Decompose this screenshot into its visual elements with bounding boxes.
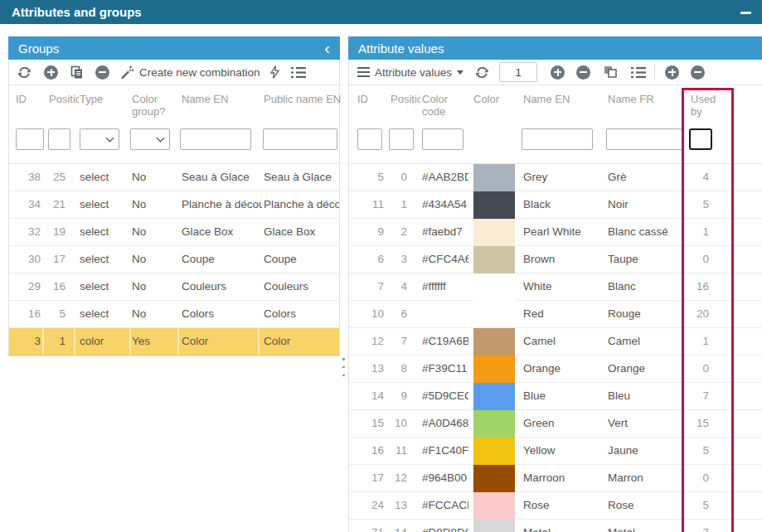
- cell-position: 7: [387, 328, 407, 355]
- column-header-id: ID: [357, 93, 368, 105]
- filter-id-input[interactable]: [16, 128, 44, 150]
- cell-name_en: Red: [523, 301, 606, 327]
- table-row[interactable]: 138#F39C11OrangeOrange0: [349, 355, 762, 383]
- column-header-color-code: Color code: [422, 93, 457, 118]
- table-row[interactable]: 31colorYesColorColor: [9, 328, 339, 355]
- table-row[interactable]: 74#ffffffWhiteBlanc16: [349, 273, 762, 301]
- cell-name_en: Brown: [523, 246, 606, 273]
- filter-color-code-input[interactable]: [422, 128, 464, 150]
- cell-name_fr: Rose: [608, 492, 684, 519]
- column-header-id: ID: [16, 93, 27, 105]
- add-icon[interactable]: [665, 65, 679, 80]
- table-row[interactable]: 63#CFC4A6BrownTaupe0: [349, 246, 762, 273]
- list-icon[interactable]: [291, 66, 306, 79]
- table-row[interactable]: 149#5D9CECBlueBleu7: [349, 383, 762, 410]
- table-row[interactable]: 92#faebd7Pearl WhiteBlanc cassé1: [349, 219, 762, 246]
- filter-name-fr-input[interactable]: [606, 128, 682, 150]
- duplicate-icon[interactable]: [70, 65, 84, 80]
- table-row[interactable]: 111#434A54BlackNoir5: [349, 191, 762, 219]
- color-swatch: [473, 191, 515, 219]
- column-header-color-group: Color group?: [132, 93, 175, 118]
- cell-id: 34: [11, 191, 41, 218]
- chevron-down-icon[interactable]: [457, 70, 464, 75]
- table-row[interactable]: 127#C19A6BCamelCamel1: [349, 328, 762, 355]
- attribute-values-selector[interactable]: Attribute values: [375, 66, 452, 79]
- cell-position: 8: [387, 355, 407, 382]
- remove-group-button[interactable]: [95, 65, 109, 80]
- cell-position: 10: [387, 410, 407, 437]
- filter-id-input[interactable]: [357, 128, 382, 150]
- filter-used-by-input[interactable]: [689, 128, 712, 150]
- refresh-icon[interactable]: [17, 65, 32, 80]
- remove-value-button[interactable]: [576, 65, 590, 80]
- cell-name_fr: Blanc: [608, 273, 684, 300]
- table-row[interactable]: 3219selectNoGlace BoxGlace Box: [9, 219, 339, 246]
- cell-name_en: Grey: [523, 164, 606, 191]
- list-icon[interactable]: [631, 66, 646, 79]
- cell-color_group: No: [132, 219, 175, 245]
- add-value-button[interactable]: [551, 65, 565, 80]
- table-row[interactable]: 106RedRouge20: [349, 301, 762, 328]
- cell-code: #964B00: [422, 465, 468, 491]
- page-number-input[interactable]: [499, 62, 537, 82]
- table-row[interactable]: 3017selectNoCoupeCoupe: [9, 246, 339, 273]
- color-swatch: [473, 246, 515, 273]
- attribute-values-table-body: 50#AAB2BDGreyGrè4111#434A54BlackNoir592#…: [349, 164, 762, 532]
- filter-public-name-input[interactable]: [263, 128, 337, 150]
- add-group-button[interactable]: [44, 65, 58, 80]
- cell-code: #ffffff: [422, 273, 468, 300]
- remove-icon[interactable]: [691, 65, 705, 80]
- column-header-used-by: Used by: [691, 93, 719, 118]
- table-row[interactable]: 1510#A0D468GreenVert15: [349, 410, 762, 438]
- cell-code: #5D9CEC: [422, 383, 468, 409]
- table-row[interactable]: 1611#F1C40FYellowJaune5: [349, 438, 762, 465]
- filter-name-en-input[interactable]: [522, 128, 593, 150]
- cell-used_by: 20: [681, 301, 709, 327]
- table-row[interactable]: 2413#FCCACDRoseRose5: [349, 492, 762, 520]
- filter-color-group-select[interactable]: [130, 128, 170, 150]
- table-row[interactable]: 50#AAB2BDGreyGrè4: [349, 164, 762, 191]
- refresh-icon[interactable]: [475, 65, 489, 80]
- lightning-icon[interactable]: [270, 65, 279, 79]
- table-row[interactable]: 1712#964B00MarroonMarron0: [349, 465, 762, 492]
- table-row[interactable]: 3825selectNoSeau à GlaceSeau à Glace: [9, 164, 339, 191]
- cell-name_en: Rose: [523, 492, 606, 519]
- filter-position-input[interactable]: [389, 128, 414, 150]
- magic-wand-icon[interactable]: [119, 65, 134, 80]
- collapse-panel-icon[interactable]: ‹: [324, 40, 330, 56]
- cell-name_en: Marroon: [523, 465, 606, 491]
- cell-divider: [74, 328, 75, 355]
- filter-type-select[interactable]: [80, 128, 119, 150]
- minimize-icon[interactable]: [740, 12, 751, 14]
- cell-id: 29: [11, 273, 41, 300]
- color-swatch: [473, 410, 515, 438]
- filter-position-input[interactable]: [48, 128, 70, 150]
- toolbar-divider: [654, 65, 655, 80]
- table-row[interactable]: 2916selectNoCouleursCouleurs: [9, 273, 339, 301]
- cell-name_en: Couleurs: [182, 273, 262, 300]
- cell-id: 16: [354, 438, 384, 464]
- panel-splitter-handle[interactable]: [342, 358, 346, 376]
- cell-position: 11: [387, 438, 407, 464]
- cell-position: 17: [44, 246, 66, 273]
- filter-name-en-input[interactable]: [180, 128, 251, 150]
- cell-name_en: Orange: [523, 355, 606, 382]
- cell-name_fr: Orange: [608, 355, 684, 382]
- color-swatch: [473, 520, 515, 532]
- cell-type: select: [80, 191, 128, 218]
- cell-public_name_en: Glace Box: [264, 219, 339, 245]
- cell-used_by: 5: [681, 191, 709, 218]
- table-row[interactable]: 3421selectNoPlanche à découperPlanche à …: [9, 191, 339, 219]
- cell-position: 4: [387, 273, 407, 300]
- table-row[interactable]: 165selectNoColorsColors: [9, 301, 339, 328]
- cell-id: 15: [354, 410, 384, 437]
- create-new-combination-button[interactable]: Create new combination: [139, 66, 260, 79]
- cell-used_by: 15: [681, 410, 709, 437]
- cell-id: 11: [354, 191, 384, 218]
- color-swatch: [473, 328, 515, 355]
- groups-panel: Groups ‹ Create new combination ID: [8, 36, 340, 356]
- cell-color_group: No: [132, 246, 175, 273]
- table-row[interactable]: 7114#D8D8D8MetalMetal7: [349, 520, 762, 532]
- copy-icon[interactable]: [604, 65, 618, 79]
- column-header-name-fr: Name FR: [608, 93, 654, 105]
